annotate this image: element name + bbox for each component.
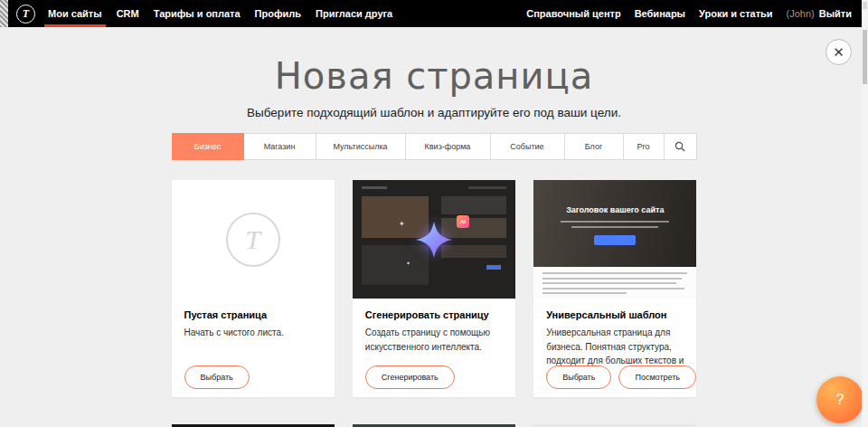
view-button[interactable]: Посмотреть	[618, 365, 696, 389]
choose-button[interactable]: Выбрать	[546, 365, 611, 389]
card-title: Универсальный шаблон	[546, 309, 684, 320]
ai-star-icon: ✦ ✦ AI	[413, 219, 455, 261]
card-description: Создать страницу с помощью искусственног…	[365, 326, 503, 354]
card-body: Сгенерировать страницу Создать страницу …	[353, 299, 515, 354]
close-button[interactable]: ✕	[826, 39, 852, 65]
blank-page-preview: T	[172, 180, 335, 299]
template-cards-row: T Пустая страница Начать с чистого листа…	[172, 180, 697, 397]
preview-placeholder	[571, 226, 658, 228]
search-icon	[675, 141, 685, 152]
preview-placeholder	[542, 292, 627, 294]
ai-preview-image: ✦ ✦ AI	[353, 180, 515, 299]
logout-link[interactable]: Выйти	[819, 0, 852, 27]
card-universal-template: Заголовок вашего сайта Универсальный шаб…	[533, 180, 696, 397]
card-title: Сгенерировать страницу	[365, 309, 503, 320]
page-subtitle: Выберите подходящий шаблон и адаптируйте…	[0, 106, 868, 119]
template-category-tabs: Бизнес Магазин Мультиссылка Квиз-форма С…	[172, 133, 697, 160]
nav-item-crm[interactable]: CRM	[117, 0, 139, 27]
nav-item-my-sites[interactable]: Мои сайты	[48, 0, 102, 27]
tilda-mark-icon: T	[226, 213, 280, 267]
preview-placeholder	[441, 196, 506, 214]
nav-item-invite-friend[interactable]: Пригласи друга	[316, 0, 392, 27]
nav-right: Справочный центр Вебинары Уроки и статьи…	[526, 0, 868, 27]
tab-blog[interactable]: Блог	[565, 134, 624, 159]
preview-placeholder	[362, 186, 387, 189]
tab-shop[interactable]: Магазин	[244, 134, 316, 159]
nav-item-tariffs[interactable]: Тарифы и оплата	[154, 0, 241, 27]
preview-hero-button	[594, 235, 636, 245]
tab-quiz-form[interactable]: Квиз-форма	[406, 134, 491, 159]
preview-placeholder	[542, 288, 684, 289]
tab-multilink[interactable]: Мультиссылка	[316, 134, 406, 159]
preview-text-block	[533, 267, 696, 299]
scrollbar-track	[862, 0, 868, 427]
tab-search[interactable]	[665, 134, 696, 159]
tab-event[interactable]: Событие	[491, 134, 565, 159]
card-body: Пустая страница Начать с чистого листа.	[172, 299, 335, 340]
preview-placeholder	[468, 186, 506, 189]
preview-placeholder	[486, 265, 501, 270]
help-icon: ?	[836, 392, 844, 408]
sparkle-icon: ✦	[406, 261, 410, 266]
preview-hero-title: Заголовок вашего сайта	[533, 205, 696, 214]
card-actions: Выбрать	[184, 365, 250, 389]
tilda-mark-letter: T	[245, 224, 260, 255]
nav-item-lessons[interactable]: Уроки и статьи	[699, 0, 773, 27]
generate-button[interactable]: Сгенерировать	[365, 365, 455, 389]
help-button[interactable]: ?	[816, 376, 863, 423]
sparkle-icon: ✦	[399, 221, 405, 228]
nav-item-profile[interactable]: Профиль	[255, 0, 301, 27]
user-name: (John)	[787, 8, 815, 19]
nav-item-help-center[interactable]: Справочный центр	[526, 0, 620, 27]
tilda-logo[interactable]: T	[16, 5, 35, 24]
scrollbar-thumb[interactable]	[863, 30, 867, 84]
card-blank-page: T Пустая страница Начать с чистого листа…	[172, 180, 335, 397]
card-actions: Сгенерировать	[365, 365, 455, 389]
nav-item-webinars[interactable]: Вебинары	[635, 0, 685, 27]
scrollbar-up-button[interactable]	[863, 2, 867, 9]
window-texture	[0, 0, 8, 27]
choose-button[interactable]: Выбрать	[184, 365, 250, 389]
card-title: Пустая страница	[184, 309, 322, 320]
preview-placeholder	[542, 278, 682, 280]
card-ai-generate: ✦ ✦ AI Сгенерировать страницу Создать ст…	[353, 180, 515, 397]
tab-business[interactable]: Бизнес	[172, 133, 244, 160]
topbar: T Мои сайты CRM Тарифы и оплата Профиль …	[0, 0, 868, 27]
close-icon: ✕	[833, 44, 844, 61]
nav-left: Мои сайты CRM Тарифы и оплата Профиль Пр…	[48, 0, 392, 27]
universal-preview-image: Заголовок вашего сайта	[533, 180, 696, 299]
tab-pro[interactable]: Pro	[624, 134, 665, 159]
ai-badge: AI	[457, 215, 469, 228]
tilda-logo-letter: T	[23, 7, 29, 21]
preview-placeholder	[561, 221, 669, 223]
page-title: Новая страница	[0, 58, 868, 94]
card-description: Начать с чистого листа.	[184, 326, 322, 340]
card-actions: Выбрать Посмотреть	[546, 365, 696, 389]
preview-placeholder	[542, 272, 687, 274]
preview-placeholder	[542, 282, 676, 284]
preview-hero: Заголовок вашего сайта	[533, 180, 696, 267]
